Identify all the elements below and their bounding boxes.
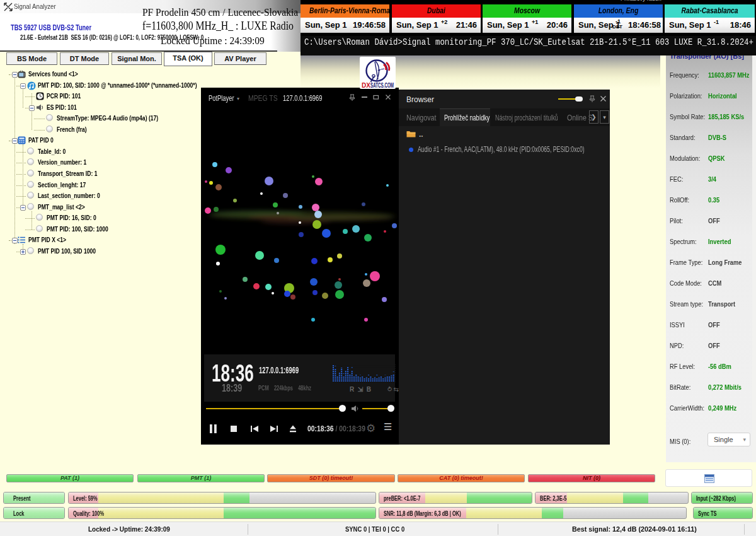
svg-text:DX: DX (362, 82, 370, 89)
svg-text:SATCS.COM: SATCS.COM (370, 82, 394, 89)
